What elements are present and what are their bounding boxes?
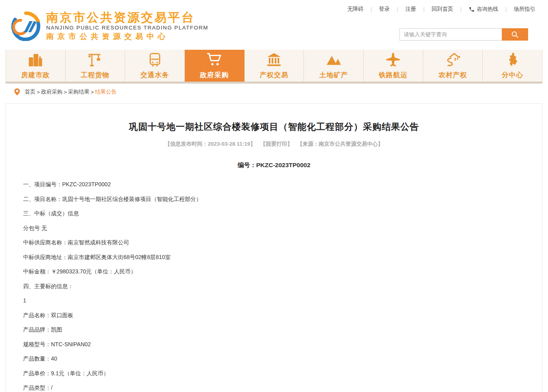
buildings-icon bbox=[27, 52, 44, 67]
article-line: 中标供应商地址：南京市建邺区奥体大街68号02幢8层810室 bbox=[23, 254, 525, 260]
main-nav: 房建市政 工程货物 交通水务 bbox=[6, 50, 542, 84]
rural-house-icon bbox=[444, 52, 461, 67]
nav-label: 工程货物 bbox=[81, 70, 110, 80]
source-label: 【来源：南京市公共资源交易中心】 bbox=[297, 141, 383, 147]
divider: | bbox=[397, 6, 398, 12]
announcement-title: 巩固十号地一期社区综合楼装修项目（智能化工程部分）采购结果公告 bbox=[23, 121, 525, 133]
map-icon bbox=[504, 52, 521, 67]
nav-item-land-minerals[interactable]: 土地矿产 bbox=[304, 50, 364, 82]
breadcrumb-procurement-results[interactable]: 采购结果 bbox=[68, 88, 90, 96]
announcement-meta: 【信息发布时间：2023-03-28 11:19】 【我要打印】 【来源：南京市… bbox=[23, 140, 525, 148]
article-line: 分包号 无 bbox=[23, 225, 525, 231]
register-link[interactable]: 注册 bbox=[404, 6, 418, 13]
article-line: 二、项目名称：巩固十号地一期社区综合楼装修项目（智能化工程部分） bbox=[23, 196, 525, 202]
nav-label: 土地矿产 bbox=[319, 70, 348, 80]
hotline-label: 咨询热线 bbox=[477, 6, 498, 13]
logo-title-cn: 南京市公共资源交易平台 bbox=[46, 11, 208, 24]
nav-label: 分中心 bbox=[502, 70, 523, 80]
location-pin-icon bbox=[14, 88, 20, 96]
breadcrumb-home[interactable]: 首页 bbox=[25, 88, 35, 96]
article-line: 中标金额：￥2980323.70元（单位：人民币） bbox=[23, 269, 525, 274]
cart-icon bbox=[206, 52, 223, 67]
article-line: 产品类型：/ bbox=[23, 385, 525, 390]
article-line: 1 bbox=[23, 298, 525, 303]
search-icon bbox=[511, 31, 519, 39]
nav-item-rural-property[interactable]: 农村产权 bbox=[423, 50, 483, 82]
divider: | bbox=[460, 6, 462, 12]
article-line: 四、主要标的信息： bbox=[23, 283, 525, 289]
announcement-body: 一、项目编号：PKZC-2023TP0002 二、项目名称：巩固十号地一期社区综… bbox=[23, 181, 525, 390]
search-button[interactable] bbox=[502, 28, 528, 41]
print-button[interactable]: 【我要打印】 bbox=[260, 141, 293, 147]
article-line: 产品数量：40 bbox=[23, 356, 525, 361]
breadcrumb-government-procurement[interactable]: 政府采购 bbox=[41, 88, 63, 96]
divider: | bbox=[505, 6, 507, 12]
nav-item-government-procurement[interactable]: 政府采购 bbox=[185, 50, 245, 82]
breadcrumb-current-result-announcement: 结果公告 bbox=[95, 88, 117, 96]
nav-label: 交通水务 bbox=[141, 70, 169, 80]
search-input[interactable] bbox=[399, 28, 502, 41]
nav-label: 政府采购 bbox=[200, 70, 229, 80]
breadcrumb-separator: > bbox=[91, 89, 94, 95]
logo-text: 南京市公共资源交易平台 NANJING PUBLIC RESOURCES TRA… bbox=[46, 11, 208, 42]
divider: | bbox=[370, 6, 372, 12]
nav-item-housing[interactable]: 房建市政 bbox=[6, 50, 66, 82]
divider: | bbox=[423, 6, 425, 12]
article-line: 产品单价：9.1元（单位：人民币） bbox=[23, 371, 525, 376]
page-header: 无障碍 | 登录 | 注册 | 回到首页 | 咨询热线 | 场所指引 南京市公共… bbox=[0, 0, 548, 50]
announcement-number: 编号：PKZC-2023TP0002 bbox=[23, 161, 525, 170]
nav-item-engineering-goods[interactable]: 工程货物 bbox=[66, 50, 125, 82]
accessibility-link[interactable]: 无障碍 bbox=[346, 6, 365, 13]
nav-item-branch-centers[interactable]: 分中心 bbox=[483, 50, 542, 82]
nav-item-rail-aviation[interactable]: 铁路航运 bbox=[364, 50, 423, 82]
hotline-link[interactable]: 咨询热线 bbox=[467, 6, 500, 13]
nav-label: 房建市政 bbox=[21, 70, 50, 80]
bus-icon bbox=[147, 52, 163, 67]
breadcrumb: 首页 > 政府采购 > 采购结果 > 结果公告 bbox=[6, 84, 542, 100]
nav-label: 农村产权 bbox=[438, 70, 467, 80]
plane-icon bbox=[385, 52, 401, 67]
logo-subtitle-en: NANJING PUBLIC RESOURCES TRADING PLATFOR… bbox=[46, 25, 208, 31]
breadcrumb-separator: > bbox=[37, 89, 40, 95]
mountains-icon bbox=[325, 52, 342, 67]
logo-subtitle-cn: 南京市公共资源交易中心 bbox=[46, 31, 208, 42]
venue-guide-link[interactable]: 场所指引 bbox=[512, 6, 537, 13]
nav-label: 产权交易 bbox=[260, 70, 288, 80]
back-home-link[interactable]: 回到首页 bbox=[430, 6, 455, 13]
logo-mark-icon bbox=[11, 12, 41, 41]
top-utility-bar: 无障碍 | 登录 | 注册 | 回到首页 | 咨询热线 | 场所指引 bbox=[346, 6, 537, 13]
article-line: 中标供应商名称：南京智然成科技有限公司 bbox=[23, 240, 525, 245]
breadcrumb-separator: > bbox=[64, 89, 67, 95]
site-logo[interactable]: 南京市公共资源交易平台 NANJING PUBLIC RESOURCES TRA… bbox=[11, 11, 208, 42]
login-link[interactable]: 登录 bbox=[378, 6, 391, 13]
nav-item-property-rights[interactable]: 产权交易 bbox=[245, 50, 304, 82]
article-line: 三、中标（成交）信息 bbox=[23, 211, 525, 216]
announcement-panel: 巩固十号地一期社区综合楼装修项目（智能化工程部分）采购结果公告 【信息发布时间：… bbox=[6, 103, 542, 392]
nav-label: 铁路航运 bbox=[379, 70, 407, 80]
article-line: 规格型号：NTC-SNIPAN02 bbox=[23, 341, 525, 347]
article-line: 产品品牌：凯图 bbox=[23, 327, 525, 332]
phone-icon bbox=[469, 6, 475, 12]
crane-icon bbox=[87, 52, 104, 67]
bank-icon bbox=[266, 52, 282, 67]
article-line: 一、项目编号：PKZC-2023TP0002 bbox=[23, 181, 525, 187]
site-search bbox=[399, 28, 528, 41]
article-line: 产品名称：双口面板 bbox=[23, 312, 525, 318]
publish-time: 【信息发布时间：2023-03-28 11:19】 bbox=[165, 141, 256, 147]
nav-item-transport-water[interactable]: 交通水务 bbox=[125, 50, 185, 82]
